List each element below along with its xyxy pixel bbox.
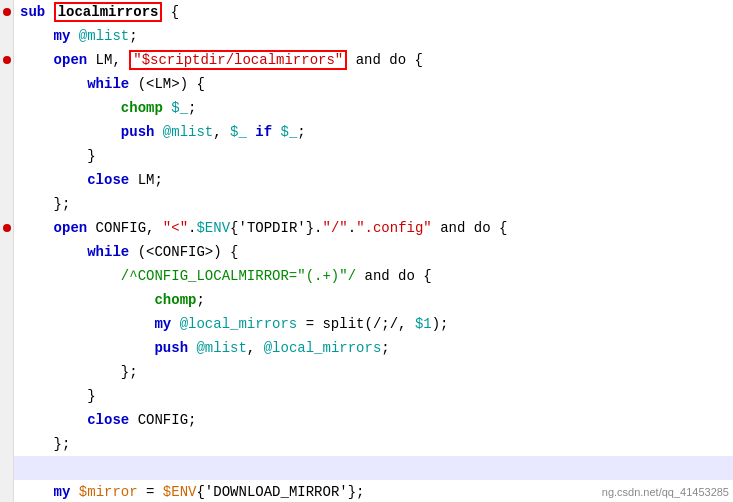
string-box: "$scriptdir/localmirrors" (129, 50, 347, 70)
gutter-4 (0, 72, 14, 96)
code-line-5: chomp $_; (0, 96, 733, 120)
str-config-10: ".config" (356, 220, 432, 236)
line-content-4: while (<LM>) { (14, 72, 733, 96)
line-content-3: open LM, "$scriptdir/localmirrors" and d… (14, 48, 733, 72)
code-line-19: }; (0, 432, 733, 456)
kw-close-8: close (87, 172, 129, 188)
code-line-1: sub localmirrors { (0, 0, 733, 24)
line-content-20 (14, 456, 733, 480)
code-line-2: my @mlist; (0, 24, 733, 48)
line-content-12: /^CONFIG_LOCALMIRROR="(.+)"/ and do { (14, 264, 733, 288)
plain-3a: LM, (87, 52, 129, 68)
code-line-17: } (0, 384, 733, 408)
code-line-4: while (<LM>) { (0, 72, 733, 96)
kw-chomp-5: chomp (121, 100, 163, 116)
kw-chomp-13: chomp (154, 292, 196, 308)
code-line-10: open CONFIG, "<".$ENV{'TOPDIR'}."/".".co… (0, 216, 733, 240)
var-mlist-6: @mlist (163, 124, 213, 140)
line-content-11: while (<CONFIG>) { (14, 240, 733, 264)
plain-8: LM; (129, 172, 163, 188)
plain-21a (70, 484, 78, 500)
plain-7: } (87, 148, 95, 164)
code-line-6: push @mlist, $_ if $_; (0, 120, 733, 144)
line-content-2: my @mlist; (14, 24, 733, 48)
plain-3b: and do { (347, 52, 423, 68)
string-3: "$scriptdir/localmirrors" (133, 52, 343, 68)
code-line-3: open LM, "$scriptdir/localmirrors" and d… (0, 48, 733, 72)
plain-12: and do { (356, 268, 432, 284)
kw-while-11: while (87, 244, 129, 260)
plain-10d: . (348, 220, 356, 236)
plain-5b: ; (188, 100, 196, 116)
kw-my-2: my (54, 28, 71, 44)
keyword-sub: sub (20, 4, 45, 20)
code-container: sub localmirrors { my @mlist; open LM, "… (0, 0, 733, 502)
plain-11: (<CONFIG>) { (129, 244, 238, 260)
gutter-2 (0, 24, 14, 48)
gutter-15 (0, 336, 14, 360)
gutter-17 (0, 384, 14, 408)
plain-5a (163, 100, 171, 116)
code-line-16: }; (0, 360, 733, 384)
plain-6e: ; (297, 124, 305, 140)
gutter-11 (0, 240, 14, 264)
line-content-10: open CONFIG, "<".$ENV{'TOPDIR'}."/".".co… (14, 216, 733, 240)
kw-push-15: push (154, 340, 188, 356)
var-env-10: $ENV (196, 220, 230, 236)
line-content-18: close CONFIG; (14, 408, 733, 432)
kw-push-6: push (121, 124, 155, 140)
code-area: sub localmirrors { my @mlist; open LM, "… (0, 0, 733, 502)
breakpoint-dot-10 (3, 224, 11, 232)
plain-14a (171, 316, 179, 332)
breakpoint-dot-3 (3, 56, 11, 64)
plain-21c: {'DOWNLOAD_MIRROR'}; (196, 484, 364, 500)
var-1-14: $1 (415, 316, 432, 332)
line-content-5: chomp $_; (14, 96, 733, 120)
plain-18: CONFIG; (129, 412, 196, 428)
code-line-8: close LM; (0, 168, 733, 192)
plain-4: (<LM>) { (129, 76, 205, 92)
gutter-10 (0, 216, 14, 240)
code-line-11: while (<CONFIG>) { (0, 240, 733, 264)
gutter-16 (0, 360, 14, 384)
line-content-14: my @local_mirrors = split(/;/, $1); (14, 312, 733, 336)
code-line-20 (0, 456, 733, 480)
var-dollar-6b: $_ (281, 124, 298, 140)
str-slash-10: "/" (323, 220, 348, 236)
plain-21b: = (138, 484, 163, 500)
str-lt-10: "<" (163, 220, 188, 236)
line-content-13: chomp; (14, 288, 733, 312)
kw-my-21: my (54, 484, 71, 500)
code-line-14: my @local_mirrors = split(/;/, $1); (0, 312, 733, 336)
var-env-21: $ENV (163, 484, 197, 500)
kw-open-3: open (54, 52, 88, 68)
plain-13: ; (196, 292, 204, 308)
plain-14c: ); (432, 316, 449, 332)
gutter-6 (0, 120, 14, 144)
plain-10a: CONFIG, (87, 220, 163, 236)
kw-while-4: while (87, 76, 129, 92)
plain-15c: ; (381, 340, 389, 356)
var-local-mirrors-14: @local_mirrors (180, 316, 298, 332)
var-dollar-5: $_ (171, 100, 188, 116)
var-local-mirrors-15: @local_mirrors (264, 340, 382, 356)
plain-15b: , (247, 340, 264, 356)
regex-12: /^CONFIG_LOCALMIRROR="(.+)"/ (121, 268, 356, 284)
code-line-13: chomp; (0, 288, 733, 312)
code-line-7: } (0, 144, 733, 168)
gutter-1 (0, 0, 14, 24)
plain-10c: {'TOPDIR'}. (230, 220, 322, 236)
brace: { (171, 4, 179, 20)
line-content-17: } (14, 384, 733, 408)
line-content-8: close LM; (14, 168, 733, 192)
var-mirror-21: $mirror (79, 484, 138, 500)
gutter-8 (0, 168, 14, 192)
plain-17: } (87, 388, 95, 404)
line-content-9: }; (14, 192, 733, 216)
line-content-6: push @mlist, $_ if $_; (14, 120, 733, 144)
plain-14b: = split(/;/, (297, 316, 415, 332)
watermark: ng.csdn.net/qq_41453285 (602, 486, 729, 498)
kw-open-10: open (54, 220, 88, 236)
plain-6a (154, 124, 162, 140)
plain-19: }; (54, 436, 71, 452)
